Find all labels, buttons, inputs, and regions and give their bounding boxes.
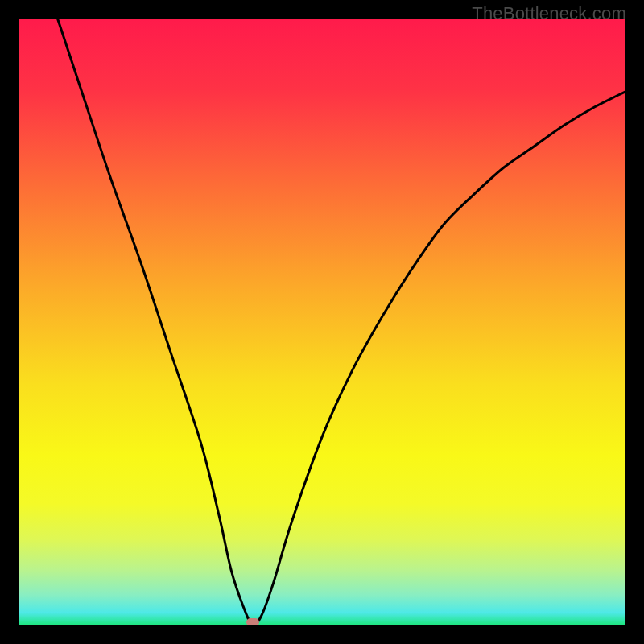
bottleneck-curve bbox=[19, 19, 625, 625]
optimal-point-marker bbox=[246, 618, 259, 625]
plot-area bbox=[19, 19, 625, 625]
watermark-text: TheBottleneck.com bbox=[472, 3, 626, 24]
chart-container: TheBottleneck.com bbox=[0, 0, 644, 644]
